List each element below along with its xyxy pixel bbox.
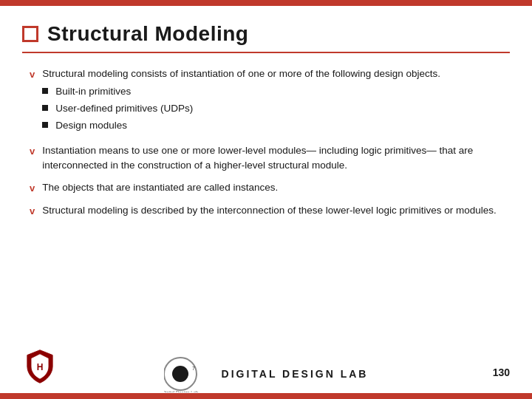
sub-marker-icon — [42, 122, 48, 128]
v-marker-1: v — [30, 67, 35, 82]
bullet-3-text: The objects that are instantiated are ca… — [42, 182, 278, 193]
top-red-bar — [0, 0, 532, 6]
sub-bullet-1-2: User-defined primitives (UDPs) — [42, 102, 510, 116]
shield-icon: H — [22, 349, 58, 384]
bullet-2-text: Instantiation means to use one or more l… — [42, 145, 473, 171]
footer: H 7 Digital Design Lab Digital Design La… — [0, 356, 532, 392]
bullet-1-text: Structural modeling consists of instanti… — [42, 68, 440, 79]
footer-center: 7 Digital Design Lab Digital Design Lab — [164, 355, 369, 392]
v-marker-4: v — [30, 204, 35, 219]
sub-marker-icon — [42, 105, 48, 111]
bullet-2: v Instantiation means to use one or more… — [30, 143, 510, 174]
sub-bullets-1: Built-in primitives User-defined primiti… — [42, 85, 510, 133]
sub-bullet-1-1-text: Built-in primitives — [55, 85, 131, 99]
svg-point-2 — [172, 366, 188, 382]
page-number: 130 — [493, 366, 510, 378]
sub-bullet-1-3-text: Design modules — [55, 119, 127, 133]
shield-logo: H — [22, 349, 58, 384]
bottom-red-bar — [0, 393, 532, 399]
sub-bullet-1-1: Built-in primitives — [42, 85, 510, 99]
slide-content: Structural Modeling v Structural modelin… — [22, 22, 510, 355]
ddl-circle-logo: 7 Digital Design Lab — [164, 355, 216, 392]
svg-text:H: H — [37, 362, 44, 372]
svg-text:7: 7 — [192, 366, 195, 371]
bullet-3: v The objects that are instantiated are … — [30, 180, 510, 196]
svg-text:Digital Design Lab: Digital Design Lab — [164, 390, 199, 392]
sub-marker-icon — [42, 88, 48, 94]
bullet-2-content: Instantiation means to use one or more l… — [42, 143, 510, 174]
title-row: Structural Modeling — [22, 22, 510, 53]
slide: Structural Modeling v Structural modelin… — [0, 0, 532, 399]
sub-bullet-1-2-text: User-defined primitives (UDPs) — [55, 102, 193, 116]
ddl-label: Digital Design Lab — [222, 368, 369, 380]
title-icon-square — [22, 26, 38, 42]
bullet-4-content: Structural modeling is described by the … — [42, 203, 510, 218]
bullet-1-content: Structural modeling consists of instanti… — [42, 66, 510, 136]
bullet-4-text: Structural modeling is described by the … — [42, 205, 497, 216]
bullet-3-content: The objects that are instantiated are ca… — [42, 180, 510, 195]
sub-bullet-1-3: Design modules — [42, 119, 510, 133]
bullet-section: v Structural modeling consists of instan… — [22, 66, 510, 218]
bullet-1: v Structural modeling consists of instan… — [30, 66, 510, 136]
bullet-4: v Structural modeling is described by th… — [30, 203, 510, 219]
ddl-logo-svg: 7 Digital Design Lab — [164, 355, 212, 392]
slide-title: Structural Modeling — [47, 22, 248, 46]
v-marker-3: v — [30, 181, 35, 196]
v-marker-2: v — [30, 144, 35, 159]
